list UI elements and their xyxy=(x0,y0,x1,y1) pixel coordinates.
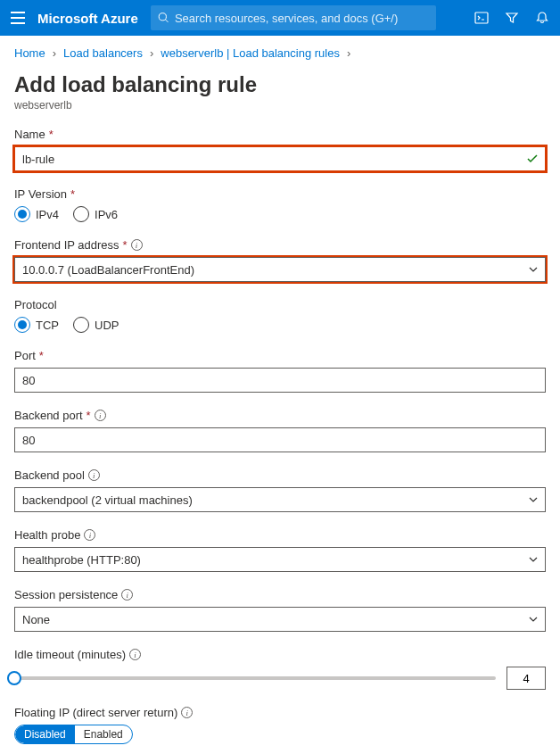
field-ipversion: IP Version * IPv4 IPv6 xyxy=(14,187,546,222)
required-marker: * xyxy=(86,409,91,422)
session-label: Session persistence xyxy=(14,588,118,601)
idle-value-input[interactable] xyxy=(506,667,546,690)
toggle-enabled[interactable]: Enabled xyxy=(75,725,132,743)
filter-icon[interactable] xyxy=(505,11,519,25)
chevron-right-icon: › xyxy=(53,46,56,60)
search-box[interactable] xyxy=(151,5,436,30)
field-backend-pool: Backend pool i xyxy=(14,468,546,512)
backendpool-label: Backend pool xyxy=(14,468,85,482)
port-label: Port xyxy=(14,349,36,362)
info-icon[interactable]: i xyxy=(131,239,143,251)
page-subtitle: webserverlb xyxy=(14,99,546,112)
top-bar: Microsoft Azure xyxy=(0,0,560,36)
info-icon[interactable]: i xyxy=(88,469,100,481)
radio-tcp[interactable]: TCP xyxy=(14,317,59,333)
breadcrumb-load-balancers[interactable]: Load balancers xyxy=(63,46,143,60)
required-marker: * xyxy=(39,349,44,362)
breadcrumb-home[interactable]: Home xyxy=(14,46,45,60)
field-name: Name * xyxy=(14,128,546,171)
port-input[interactable] xyxy=(14,368,546,393)
cloud-shell-icon[interactable] xyxy=(474,11,489,25)
required-marker: * xyxy=(49,128,54,141)
radio-ipv4[interactable]: IPv4 xyxy=(14,206,59,222)
toggle-disabled[interactable]: Disabled xyxy=(15,725,75,743)
check-icon xyxy=(526,153,539,165)
slider-thumb[interactable] xyxy=(7,671,21,685)
field-frontend-ip: Frontend IP address * i xyxy=(14,238,546,282)
protocol-label: Protocol xyxy=(14,298,57,311)
field-session-persistence: Session persistence i xyxy=(14,588,546,632)
info-icon[interactable]: i xyxy=(95,410,106,421)
backendpool-select[interactable] xyxy=(14,487,546,512)
info-icon[interactable]: i xyxy=(129,649,141,660)
hamburger-icon[interactable] xyxy=(11,12,25,24)
healthprobe-select[interactable] xyxy=(14,547,546,572)
backendport-input[interactable] xyxy=(14,427,546,452)
svg-rect-2 xyxy=(475,12,488,23)
svg-point-0 xyxy=(159,13,166,21)
brand-label: Microsoft Azure xyxy=(37,11,138,26)
idle-label: Idle timeout (minutes) xyxy=(14,648,126,661)
healthprobe-label: Health probe xyxy=(14,528,80,542)
name-label: Name xyxy=(14,128,45,141)
svg-line-1 xyxy=(165,20,168,22)
radio-udp[interactable]: UDP xyxy=(73,317,119,333)
bell-icon[interactable] xyxy=(535,11,549,25)
field-protocol: Protocol TCP UDP xyxy=(14,298,546,333)
field-port: Port * xyxy=(14,349,546,393)
required-marker: * xyxy=(70,187,75,201)
radio-ipv6[interactable]: IPv6 xyxy=(73,206,118,222)
idle-slider[interactable] xyxy=(14,676,496,680)
ipversion-label: IP Version xyxy=(14,187,67,201)
info-icon[interactable]: i xyxy=(84,529,95,541)
chevron-right-icon: › xyxy=(347,46,350,60)
session-select[interactable] xyxy=(14,607,546,632)
breadcrumb-rules[interactable]: webserverlb | Load balancing rules xyxy=(161,46,340,60)
info-icon[interactable]: i xyxy=(121,589,133,601)
frontend-select[interactable] xyxy=(14,257,546,282)
backendport-label: Backend port xyxy=(14,409,83,422)
field-backend-port: Backend port * i xyxy=(14,409,546,452)
frontend-label: Frontend IP address xyxy=(14,238,119,252)
info-icon[interactable]: i xyxy=(181,707,193,718)
field-idle-timeout: Idle timeout (minutes) i xyxy=(14,648,546,690)
required-marker: * xyxy=(123,238,128,252)
field-health-probe: Health probe i xyxy=(14,528,546,572)
search-icon xyxy=(158,12,169,24)
field-floating-ip: Floating IP (direct server return) i Dis… xyxy=(14,706,546,744)
content-area: Home › Load balancers › webserverlb | Lo… xyxy=(0,36,560,754)
top-icons xyxy=(474,11,549,25)
name-input[interactable] xyxy=(14,146,546,171)
search-input[interactable] xyxy=(175,12,429,25)
page-title: Add load balancing rule xyxy=(14,72,546,97)
breadcrumb: Home › Load balancers › webserverlb | Lo… xyxy=(14,46,546,60)
floating-ip-toggle[interactable]: Disabled Enabled xyxy=(14,725,133,744)
floating-label: Floating IP (direct server return) xyxy=(14,706,177,719)
chevron-right-icon: › xyxy=(150,46,153,60)
